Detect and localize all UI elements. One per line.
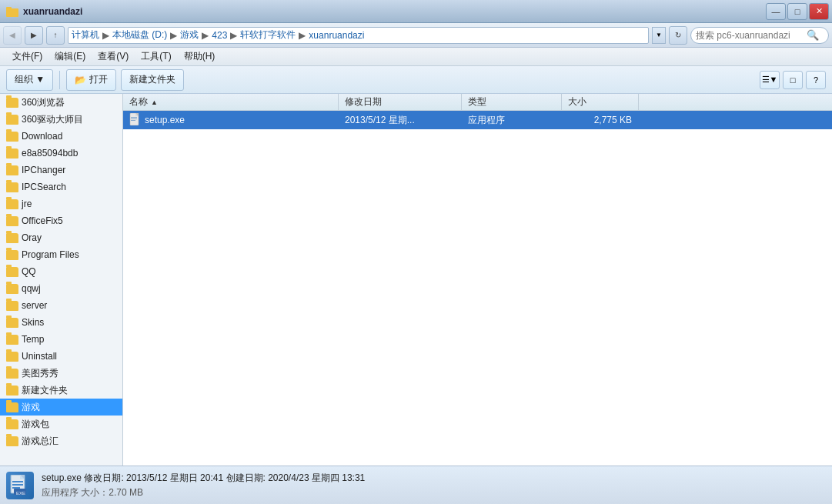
sidebar-item-jre[interactable]: jre <box>0 195 122 212</box>
sidebar-item-360driver[interactable]: 360驱动大师目 <box>0 111 122 128</box>
address-bar: ◀ ▶ ↑ 计算机 ▶ 本地磁盘 (D:) ▶ 游戏 ▶ 423 ▶ 轩软打字软… <box>0 23 832 48</box>
menu-help[interactable]: 帮助(H) <box>178 48 222 65</box>
folder-icon <box>6 250 18 260</box>
sidebar-item-server[interactable]: server <box>0 297 122 314</box>
menu-file[interactable]: 文件(F) <box>6 48 48 65</box>
file-cell-date: 2013/5/12 星期... <box>339 111 462 129</box>
sidebar-item-ipchanger[interactable]: IPChanger <box>0 162 122 179</box>
path-423[interactable]: 423 <box>212 30 227 41</box>
sidebar-label: 游戏总汇 <box>22 435 58 448</box>
folder-icon <box>6 318 18 328</box>
folder-icon <box>6 165 18 175</box>
sidebar-item-programfiles[interactable]: Program Files <box>0 246 122 263</box>
toolbar-right: ☰▼ □ ? <box>760 71 826 89</box>
sidebar-label: server <box>22 300 47 311</box>
col-header-type[interactable]: 类型 <box>462 94 562 110</box>
col-header-date[interactable]: 修改日期 <box>339 94 462 110</box>
sidebar-item-gamespkg[interactable]: 游戏包 <box>0 416 122 432</box>
forward-button[interactable]: ▶ <box>25 26 43 45</box>
path-drive[interactable]: 本地磁盘 (D:) <box>112 28 167 42</box>
col-date-label: 修改日期 <box>345 95 382 108</box>
sidebar-label: Uninstall <box>22 351 57 362</box>
minimize-button[interactable]: — <box>766 3 786 20</box>
sidebar-item-360browser[interactable]: 360浏览器 <box>0 94 122 111</box>
path-folder[interactable]: xuanruandazi <box>309 30 364 41</box>
table-row[interactable]: setup.exe 2013/5/12 星期... 应用程序 2,775 KB <box>123 111 832 129</box>
view-toggle-button[interactable]: ☰▼ <box>760 71 780 89</box>
sidebar-item-officefix[interactable]: OfficeFix5 <box>0 212 122 229</box>
organize-button[interactable]: 组织 ▼ <box>6 69 53 91</box>
sidebar-item-qq[interactable]: QQ <box>0 263 122 280</box>
svg-text:EXE: EXE <box>16 491 25 496</box>
sidebar-label: 美图秀秀 <box>22 367 58 380</box>
menu-edit[interactable]: 编辑(E) <box>48 48 92 65</box>
title-bar-left: xuanruandazi <box>6 5 82 18</box>
folder-icon <box>6 233 18 243</box>
svg-rect-7 <box>131 120 135 121</box>
sidebar-label: 360驱动大师目 <box>22 113 83 126</box>
folder-icon <box>6 199 18 209</box>
folder-icon <box>6 436 18 446</box>
col-header-size[interactable]: 大小 <box>562 94 639 110</box>
path-computer[interactable]: 计算机 <box>72 28 99 42</box>
search-input[interactable] <box>696 30 804 41</box>
svg-rect-12 <box>12 484 23 486</box>
sidebar-label: Program Files <box>22 249 79 260</box>
sidebar-item-oray[interactable]: Oray <box>0 229 122 246</box>
main-layout: 360浏览器 360驱动大师目 Download e8a85094bdb IPC… <box>0 94 832 466</box>
sidebar-item-temp[interactable]: Temp <box>0 331 122 348</box>
menu-tools[interactable]: 工具(T) <box>135 48 177 65</box>
status-type: 应用程序 <box>42 487 79 498</box>
sidebar-label: QQ <box>22 266 36 277</box>
title-bar: xuanruandazi — □ ✕ <box>0 0 832 23</box>
sidebar-item-newfolder[interactable]: 新建文件夹 <box>0 382 122 399</box>
path-dropdown-button[interactable]: ▼ <box>652 27 666 44</box>
folder-icon <box>6 301 18 311</box>
path-soft[interactable]: 轩软打字软件 <box>240 28 296 42</box>
sidebar-item-e8a[interactable]: e8a85094bdb <box>0 145 122 162</box>
help-button[interactable]: ? <box>806 71 826 89</box>
folder-icon <box>6 402 18 412</box>
svg-rect-11 <box>12 481 23 482</box>
path-sep-3: ▶ <box>202 30 209 41</box>
sort-arrow: ▲ <box>151 98 158 106</box>
close-button[interactable]: ✕ <box>809 3 829 20</box>
path-sep-4: ▶ <box>230 30 237 41</box>
address-path[interactable]: 计算机 ▶ 本地磁盘 (D:) ▶ 游戏 ▶ 423 ▶ 轩软打字软件 ▶ xu… <box>68 27 649 44</box>
folder-icon <box>6 352 18 362</box>
sidebar-label: 新建文件夹 <box>22 384 68 397</box>
sidebar-item-ipcsearch[interactable]: IPCSearch <box>0 179 122 195</box>
sidebar-item-download[interactable]: Download <box>0 128 122 145</box>
preview-pane-button[interactable]: □ <box>783 71 803 89</box>
open-button[interactable]: 📂 打开 <box>66 69 116 91</box>
search-box: 🔍 <box>690 27 829 44</box>
sidebar-item-meitu[interactable]: 美图秀秀 <box>0 365 122 382</box>
menu-view[interactable]: 查看(V) <box>92 48 135 65</box>
sidebar-label: IPChanger <box>22 165 65 175</box>
sidebar-item-qqwj[interactable]: qqwj <box>0 280 122 297</box>
refresh-button[interactable]: ↻ <box>669 26 687 45</box>
sidebar-item-gameshub[interactable]: 游戏总汇 <box>0 432 122 449</box>
folder-icon <box>6 115 18 125</box>
path-games[interactable]: 游戏 <box>180 28 199 42</box>
folder-icon <box>6 216 18 226</box>
open-icon: 📂 <box>75 75 86 85</box>
status-line1: setup.exe 修改日期: 2013/5/12 星期日 20:41 创建日期… <box>42 471 365 486</box>
sidebar-item-uninstall[interactable]: Uninstall <box>0 348 122 365</box>
sidebar-item-skins[interactable]: Skins <box>0 314 122 331</box>
status-modified-value: 2013/5/12 星期日 20:41 <box>126 472 223 483</box>
back-button[interactable]: ◀ <box>3 26 22 45</box>
sidebar-label: Temp <box>22 334 44 345</box>
up-button[interactable]: ↑ <box>46 26 65 45</box>
folder-icon <box>6 419 18 429</box>
toolbar: 组织 ▼ 📂 打开 新建文件夹 ☰▼ □ ? <box>0 66 832 94</box>
folder-icon <box>6 335 18 345</box>
sidebar-label: qqwj <box>22 283 41 294</box>
maximize-button[interactable]: □ <box>787 3 807 20</box>
new-folder-button[interactable]: 新建文件夹 <box>121 69 184 91</box>
col-header-name[interactable]: 名称 ▲ <box>123 94 339 110</box>
search-icon[interactable]: 🔍 <box>807 29 819 42</box>
status-text-block: setup.exe 修改日期: 2013/5/12 星期日 20:41 创建日期… <box>42 471 365 499</box>
folder-icon <box>6 132 18 142</box>
sidebar-item-games[interactable]: 游戏 <box>0 399 122 416</box>
